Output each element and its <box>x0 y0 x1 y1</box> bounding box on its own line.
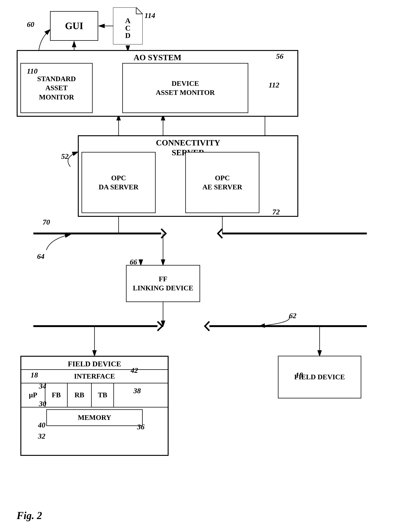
ao-system-label: AO SYSTEM <box>18 53 297 63</box>
svg-text:A: A <box>125 17 131 25</box>
ref-72: 72 <box>272 208 280 216</box>
ref-18a: 18 <box>31 371 38 379</box>
dam-label: DEVICE ASSET MONITOR <box>156 79 215 97</box>
svg-text:D: D <box>125 31 131 40</box>
ff-linking-device-box: FF LINKING DEVICE <box>126 265 200 302</box>
ref-18b: 18 <box>296 371 303 379</box>
opc-da-label: OPC DA SERVER <box>99 173 138 192</box>
ref-60: 60 <box>27 20 34 29</box>
ref-66: 66 <box>130 258 137 266</box>
figure-caption: Fig. 2 <box>17 510 42 521</box>
interface-row: INTERFACE <box>21 370 168 383</box>
memory-box: MEMORY <box>46 409 143 426</box>
ref-42: 42 <box>131 366 138 375</box>
opc-ae-label: OPC AE SERVER <box>202 173 242 192</box>
rb-box: RB <box>68 383 92 407</box>
ref-64: 64 <box>37 252 44 261</box>
field-device-right-box: FIELD DEVICE <box>278 356 361 398</box>
ref-110: 110 <box>27 67 38 76</box>
gui-label: GUI <box>65 20 83 32</box>
tb-right-space <box>114 383 168 407</box>
gui-box: GUI <box>50 11 98 41</box>
opc-da-server-box: OPC DA SERVER <box>82 152 156 213</box>
ref-40: 40 <box>38 421 45 429</box>
ref-36: 36 <box>137 423 145 431</box>
ff-label: FF LINKING DEVICE <box>133 274 193 293</box>
ref-30: 30 <box>39 399 46 408</box>
tb-box: TB <box>92 383 114 407</box>
ref-38: 38 <box>133 386 141 395</box>
ref-52: 52 <box>61 152 69 161</box>
device-asset-monitor-box: DEVICE ASSET MONITOR <box>122 63 248 113</box>
svg-text:C: C <box>125 24 131 32</box>
sam-label: STANDARD ASSET MONITOR <box>37 74 76 102</box>
ref-56: 56 <box>276 52 284 61</box>
opc-ae-server-box: OPC AE SERVER <box>185 152 259 213</box>
ref-62: 62 <box>289 311 296 320</box>
ref-114: 114 <box>145 11 155 20</box>
ref-32: 32 <box>38 432 45 440</box>
acd-document: A C D <box>113 7 143 44</box>
diagram: GUI A C D AO SYSTEM STANDARD ASSET MONIT… <box>0 0 400 532</box>
fb-box: FB <box>45 383 68 407</box>
ref-70: 70 <box>43 218 50 227</box>
field-device-left-label: FIELD DEVICE <box>21 357 168 370</box>
ref-112: 112 <box>269 81 279 89</box>
ref-34: 34 <box>39 382 46 390</box>
